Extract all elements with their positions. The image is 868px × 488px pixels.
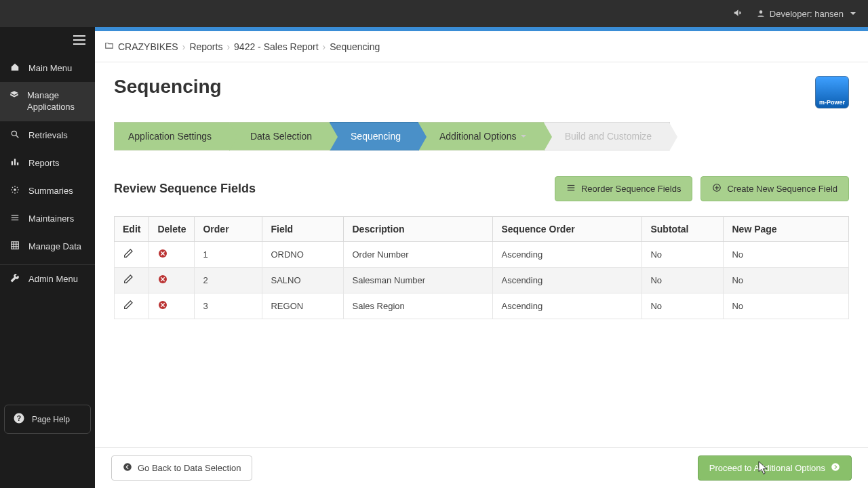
sidebar-item-manage-applications[interactable]: Manage Applications — [0, 82, 95, 121]
chevron-right-icon: › — [226, 41, 230, 52]
svg-point-4 — [12, 131, 16, 136]
th-description: Description — [344, 217, 493, 242]
step-application-settings[interactable]: Application Settings — [114, 122, 229, 150]
go-back-button[interactable]: Go Back to Data Selection — [111, 455, 252, 481]
user-icon — [756, 9, 766, 18]
svg-rect-1 — [73, 35, 85, 37]
svg-text:?: ? — [17, 414, 21, 422]
sidebar-item-retrievals[interactable]: Retrievals — [0, 121, 95, 149]
step-data-selection[interactable]: Data Selection — [229, 122, 330, 150]
sidebar: Main Menu Manage Applications Retrievals… — [0, 27, 95, 488]
sidebar-item-label: Manage Applications — [27, 90, 85, 113]
table-row: 1ORDNOOrder NumberAscendingNoNo — [115, 242, 849, 268]
breadcrumb-item[interactable]: Sequencing — [330, 41, 380, 52]
breadcrumb-item[interactable]: 9422 - Sales Report — [234, 41, 319, 52]
cell-description: Sales Region — [344, 293, 493, 319]
sidebar-item-admin-menu[interactable]: Admin Menu — [0, 264, 95, 293]
home-icon — [9, 62, 20, 74]
step-sequencing[interactable]: Sequencing — [330, 122, 418, 150]
svg-rect-2 — [73, 39, 85, 41]
cell-sequence-order: Ascending — [493, 293, 642, 319]
sidebar-item-maintainers[interactable]: Maintainers — [0, 205, 95, 232]
sidebar-item-reports[interactable]: Reports — [0, 149, 95, 177]
section-title: Review Sequence Fields — [114, 182, 256, 196]
step-build-customize: Build and Customize — [544, 122, 669, 150]
cell-subtotal: No — [642, 242, 724, 268]
svg-line-5 — [16, 136, 19, 138]
svg-rect-11 — [12, 217, 19, 218]
button-label: Create New Sequence Field — [727, 184, 837, 194]
breadcrumb: CRAZYBIKES › Reports › 9422 - Sales Repo… — [95, 31, 868, 62]
sidebar-item-manage-data[interactable]: Manage Data — [0, 232, 95, 260]
delete-icon[interactable] — [157, 302, 168, 312]
create-sequence-button[interactable]: Create New Sequence Field — [701, 176, 849, 201]
button-label: Proceed to Additional Options — [709, 463, 825, 473]
step-label: Additional Options — [439, 131, 517, 142]
proceed-button[interactable]: Proceed to Additional Options — [698, 455, 852, 481]
sidebar-item-label: Maintainers — [28, 214, 74, 224]
folder-icon — [104, 41, 114, 52]
cell-order: 2 — [195, 268, 262, 293]
sidebar-item-summaries[interactable]: Summaries — [0, 177, 95, 205]
th-field: Field — [262, 217, 344, 242]
edit-icon[interactable] — [123, 302, 134, 312]
th-sequence-order: Sequence Order — [493, 217, 642, 242]
svg-point-0 — [760, 10, 763, 14]
th-delete: Delete — [149, 217, 195, 242]
user-menu[interactable]: Developer: hansen — [756, 9, 856, 19]
help-icon: ? — [13, 412, 25, 426]
sidebar-item-label: Manage Data — [28, 241, 81, 251]
sidebar-item-label: Reports — [28, 158, 60, 168]
sidebar-item-label: Retrievals — [28, 130, 68, 140]
brand-logo-text: m-Power — [819, 99, 845, 106]
table-row: 3REGONSales RegionAscendingNoNo — [115, 293, 849, 319]
cell-new-page: No — [724, 242, 849, 268]
cell-new-page: No — [724, 293, 849, 319]
brand-logo: m-Power — [815, 76, 849, 108]
button-label: Reorder Sequence Fields — [581, 184, 681, 194]
chevron-right-icon: › — [323, 41, 326, 52]
step-additional-options[interactable]: Additional Options — [418, 122, 544, 150]
button-label: Go Back to Data Selection — [138, 463, 241, 473]
cell-order: 3 — [195, 293, 262, 319]
page-help-label: Page Help — [32, 415, 70, 424]
list-icon — [9, 213, 20, 224]
layers-icon — [9, 90, 19, 102]
cell-field: ORDNO — [262, 242, 344, 268]
step-nav: Application Settings Data Selection Sequ… — [114, 122, 670, 150]
cell-field: SALNO — [262, 268, 344, 293]
svg-rect-8 — [17, 162, 18, 165]
cell-field: REGON — [262, 293, 344, 319]
cell-sequence-order: Ascending — [493, 242, 642, 268]
svg-rect-6 — [12, 161, 13, 165]
delete-icon[interactable] — [157, 251, 168, 261]
edit-icon[interactable] — [123, 277, 134, 287]
cell-subtotal: No — [642, 268, 724, 293]
svg-point-9 — [14, 188, 16, 191]
page-help-button[interactable]: ? Page Help — [4, 405, 91, 434]
chevron-down-icon — [850, 12, 856, 15]
grid-icon — [9, 241, 20, 252]
search-icon — [9, 129, 20, 141]
cell-sequence-order: Ascending — [493, 268, 642, 293]
user-label: Developer: hansen — [770, 9, 844, 19]
cell-description: Salesman Number — [344, 268, 493, 293]
breadcrumb-item[interactable]: CRAZYBIKES — [118, 41, 178, 52]
svg-rect-10 — [12, 215, 19, 216]
arrow-right-icon — [831, 462, 840, 474]
breadcrumb-item[interactable]: Reports — [189, 41, 222, 52]
chevron-right-icon: › — [182, 41, 186, 52]
bar-chart-icon — [9, 157, 20, 169]
sidebar-item-label: Main Menu — [28, 63, 72, 73]
delete-icon[interactable] — [157, 277, 168, 287]
step-label: Application Settings — [128, 131, 212, 142]
sidebar-item-main-menu[interactable]: Main Menu — [0, 54, 95, 82]
announcement-icon[interactable] — [733, 8, 743, 20]
sequence-table: Edit Delete Order Field Description Sequ… — [114, 216, 849, 319]
plus-icon — [712, 183, 722, 195]
hamburger-icon[interactable] — [73, 35, 85, 47]
th-order: Order — [195, 217, 262, 242]
edit-icon[interactable] — [123, 251, 134, 261]
svg-rect-7 — [14, 159, 16, 165]
reorder-sequence-button[interactable]: Reorder Sequence Fields — [555, 176, 692, 201]
